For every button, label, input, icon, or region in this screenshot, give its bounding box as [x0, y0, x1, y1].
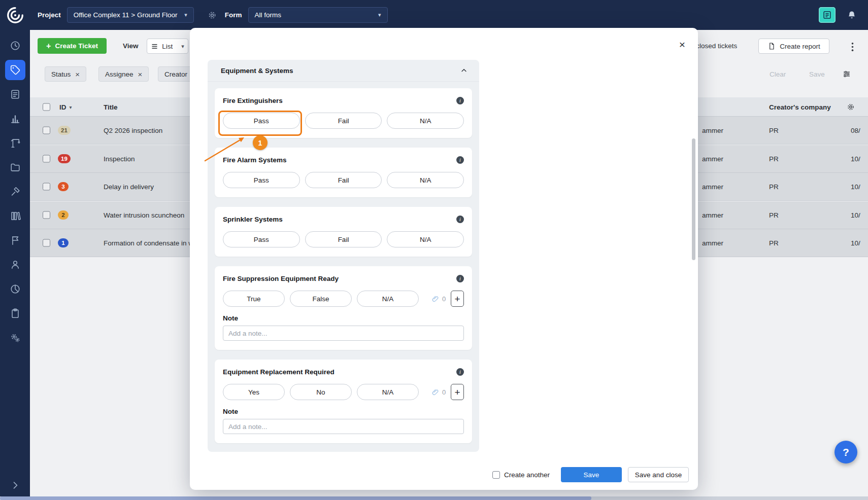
view-label: View [123, 42, 139, 50]
create-report-button[interactable]: Create report [758, 39, 829, 54]
topbar-right-cluster [819, 7, 868, 23]
select-all-checkbox[interactable] [43, 103, 50, 111]
info-icon[interactable]: i [456, 368, 464, 376]
field-label: Fire Alarm Systems [223, 156, 287, 164]
option-pass-button[interactable]: Pass [223, 172, 300, 188]
sidebar-item-tools[interactable] [0, 180, 30, 204]
sidebar-item-analytics[interactable] [0, 277, 30, 301]
section-body: Fire Extinguishers i Pass Fail N/A Fire … [208, 82, 479, 452]
section-equipment-systems-header[interactable]: Equipment & Systems [208, 60, 479, 82]
option-true-button[interactable]: True [223, 291, 285, 307]
info-icon[interactable]: i [456, 156, 464, 164]
note-input[interactable] [223, 326, 464, 341]
save-button[interactable]: Save [561, 467, 622, 482]
flag-icon [10, 235, 21, 246]
form-label: Form [225, 11, 242, 19]
sidebar-item-settings[interactable] [0, 326, 30, 350]
row-checkbox[interactable] [43, 127, 50, 134]
sidebar-item-library[interactable] [0, 204, 30, 228]
more-options-kebab-icon[interactable] [848, 41, 857, 55]
close-icon[interactable]: × [676, 38, 689, 51]
sidebar-item-milestones[interactable] [0, 228, 30, 253]
field-card-sprinkler-systems: Sprinkler Systems i Pass Fail N/A [215, 207, 472, 257]
filter-chip-assignee[interactable]: Assignee × [98, 66, 149, 82]
assignee-cell: ammer [702, 155, 723, 163]
ticket-title: Q2 2026 inspection [104, 127, 162, 134]
add-attachment-button[interactable]: + [451, 384, 464, 400]
form-column: Equipment & Systems Fire Extinguishers i… [208, 60, 479, 452]
attachments-indicator[interactable]: 0 [431, 295, 446, 303]
option-na-button[interactable]: N/A [387, 231, 464, 247]
highlighted-forms-app-icon[interactable] [819, 7, 836, 23]
create-another-checkbox[interactable] [492, 471, 500, 479]
row-checkbox[interactable] [43, 211, 50, 219]
paperclip-icon [431, 295, 440, 303]
ticket-title: Formation of condensate in w [104, 239, 193, 247]
help-button[interactable]: ? [834, 441, 857, 463]
info-icon[interactable]: i [456, 275, 464, 282]
attachments-indicator[interactable]: 0 [431, 388, 446, 397]
notifications-bell-icon[interactable] [847, 10, 857, 21]
option-na-button[interactable]: N/A [387, 113, 464, 129]
sidebar-item-files[interactable] [0, 155, 30, 180]
sidebar-item-people[interactable] [0, 253, 30, 277]
option-fail-button[interactable]: Fail [305, 113, 382, 129]
sidebar-expand-button[interactable] [0, 480, 30, 490]
sidebar-item-equipment[interactable] [0, 131, 30, 155]
clear-filters-button[interactable]: Clear [770, 70, 786, 78]
horizontal-scrollbar-thumb[interactable] [0, 496, 591, 500]
ticket-title: Inspection [104, 155, 135, 163]
save-and-close-button[interactable]: Save and close [628, 467, 689, 482]
row-checkbox[interactable] [43, 155, 50, 163]
info-icon[interactable]: i [456, 216, 464, 223]
option-na-button[interactable]: N/A [387, 172, 464, 188]
column-header-creators-company[interactable]: Creator's company [769, 103, 831, 111]
row-checkbox[interactable] [43, 239, 50, 247]
ticket-id-badge: 3 [58, 182, 69, 191]
option-pass-button[interactable]: Pass [223, 231, 300, 247]
column-header-id-label: ID [59, 103, 66, 111]
column-header-title[interactable]: Title [104, 103, 118, 111]
column-header-id[interactable]: ID ▾ [59, 103, 72, 111]
note-label: Note [223, 314, 464, 322]
remove-filter-icon[interactable]: × [138, 70, 143, 78]
filter-chip-status[interactable]: Status × [45, 66, 86, 82]
app-logo-icon[interactable] [0, 0, 30, 30]
project-selector[interactable]: Office Complex 11 > Ground Floor ▾ [67, 7, 194, 23]
attachment-count: 0 [442, 388, 446, 396]
filter-chip-label: Status [51, 70, 71, 78]
option-fail-button[interactable]: Fail [305, 231, 382, 247]
horizontal-scrollbar[interactable] [0, 496, 868, 500]
option-pass-button[interactable]: Pass [223, 113, 300, 129]
sidebar-item-activity[interactable] [0, 33, 30, 58]
sidebar-item-reports[interactable] [0, 106, 30, 131]
option-na-button[interactable]: N/A [357, 291, 419, 307]
remove-filter-icon[interactable]: × [75, 70, 80, 78]
info-icon[interactable]: i [456, 97, 464, 104]
create-ticket-button[interactable]: + Create Ticket [38, 38, 107, 54]
sidebar-item-tickets[interactable] [0, 58, 30, 82]
option-yes-button[interactable]: Yes [223, 384, 285, 400]
filter-settings-icon[interactable] [842, 69, 851, 81]
note-input[interactable] [223, 419, 464, 434]
create-report-label: Create report [780, 43, 820, 50]
add-attachment-button[interactable]: + [451, 291, 464, 307]
option-false-button[interactable]: False [290, 291, 352, 307]
app-root: Project Office Complex 11 > Ground Floor… [0, 0, 868, 500]
option-no-button[interactable]: No [290, 384, 352, 400]
modal-scrollbar[interactable] [692, 138, 695, 260]
field-card-fire-extinguishers: Fire Extinguishers i Pass Fail N/A [215, 88, 472, 138]
table-settings-gear-icon[interactable] [846, 102, 855, 112]
row-checkbox[interactable] [43, 183, 50, 191]
form-selector[interactable]: All forms ▾ [248, 7, 388, 23]
save-filters-button[interactable]: Save [809, 70, 825, 78]
date-cell: 10/ [851, 211, 860, 219]
option-fail-button[interactable]: Fail [305, 172, 382, 188]
project-settings-gear-icon[interactable] [207, 10, 217, 20]
option-na-button[interactable]: N/A [357, 384, 419, 400]
modal-footer: Create another Save Save and close [492, 467, 689, 482]
sidebar-item-forms[interactable] [0, 82, 30, 106]
sidebar-item-checklists[interactable] [0, 301, 30, 326]
chevron-down-icon: ▾ [181, 43, 184, 50]
view-mode-selector[interactable]: List ▾ [147, 39, 188, 54]
